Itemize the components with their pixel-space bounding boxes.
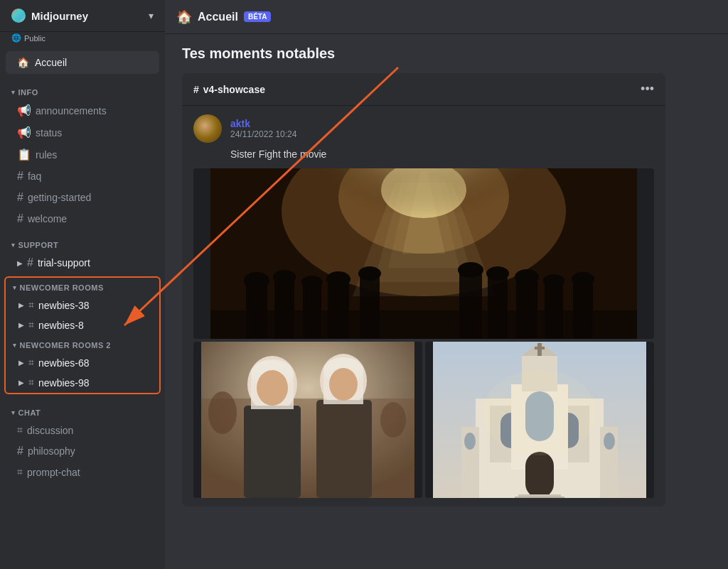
triangle-icon: ▶ [17, 259, 23, 267]
channel-faq[interactable]: # faq [6, 166, 159, 186]
server-header[interactable]: Midjourney ▾ [0, 0, 165, 32]
channel-newbies-38[interactable]: ▶ ⌗ newbies-38 [7, 296, 158, 315]
message-area: aktk 24/11/2022 10:24 Sister Fight the m… [182, 106, 665, 506]
svg-rect-61 [515, 497, 564, 498]
beta-badge: BÉTA [244, 11, 271, 22]
image-church-interior[interactable] [193, 168, 654, 339]
triangle-icon-2: ▶ [18, 301, 24, 309]
category-arrow-newcomer: ▾ [13, 284, 17, 291]
main-content: 🏠 Accueil BÉTA Tes moments notables # v4… [165, 0, 728, 569]
showcase-header: # v4-showcase ••• [182, 73, 665, 106]
channel-newbies-8[interactable]: ▶ ⌗ newbies-8 [7, 315, 158, 335]
image-grid [193, 168, 654, 498]
channel-discussion[interactable]: ⌗ discussion [6, 421, 159, 440]
svg-point-27 [515, 269, 539, 285]
notable-title: Tes moments notables [182, 45, 711, 62]
svg-rect-30 [210, 310, 637, 339]
svg-point-21 [273, 270, 296, 284]
svg-point-22 [301, 276, 323, 288]
category-chat[interactable]: ▾ CHAT [0, 397, 165, 420]
channel-trial-support[interactable]: ▶ # trial-support [6, 253, 159, 273]
topbar-title: Accueil [198, 11, 238, 23]
hash-icon-philosophy: # [17, 445, 23, 457]
channel-welcome[interactable]: # welcome [6, 209, 159, 229]
message-timestamp: 24/11/2022 10:24 [230, 129, 296, 139]
svg-point-23 [326, 271, 350, 287]
svg-point-66 [483, 370, 596, 455]
thread-icon-discussion: ⌗ [17, 424, 23, 436]
channel-newbies-68[interactable]: ▶ ⌗ newbies-68 [7, 353, 158, 372]
message-header: aktk 24/11/2022 10:24 [193, 114, 654, 143]
channel-philosophy[interactable]: # philosophy [6, 441, 159, 461]
rules-icon: 📋 [17, 148, 31, 161]
megaphone-icon-2: 📢 [17, 126, 31, 139]
server-header-left: Midjourney [11, 9, 88, 23]
thread-icon-38: ⌗ [28, 299, 34, 311]
triangle-icon-3: ▶ [18, 321, 24, 329]
hash-icon-gs: # [17, 191, 23, 204]
avatar-image [193, 114, 222, 143]
svg-rect-59 [525, 452, 554, 498]
channel-sidebar: Midjourney ▾ 🌐 Public 🏠 Accueil ▾ INFO 📢… [0, 0, 165, 569]
showcase-hash-icon: # [193, 84, 199, 95]
thread-icon-98: ⌗ [28, 376, 34, 389]
triangle-icon-4: ▶ [18, 359, 24, 367]
more-options-button[interactable]: ••• [641, 82, 654, 97]
topbar-home-icon: 🏠 [176, 9, 192, 25]
svg-rect-58 [535, 347, 545, 349]
svg-point-64 [464, 433, 476, 450]
showcase-channel-name: v4-showcase [203, 84, 265, 95]
user-avatar [193, 114, 222, 143]
category-arrow-support: ▾ [11, 242, 16, 249]
notable-section: Tes moments notables # v4-showcase ••• [165, 34, 728, 569]
channel-getting-started[interactable]: # getting-started [6, 188, 159, 207]
svg-point-25 [458, 262, 483, 278]
category-arrow-info: ▾ [11, 89, 16, 96]
channel-newbies-98[interactable]: ▶ ⌗ newbies-98 [7, 373, 158, 392]
channel-announcements[interactable]: 📢 announcements [6, 100, 159, 121]
message-meta: aktk 24/11/2022 10:24 [230, 118, 296, 139]
message-author[interactable]: aktk [230, 118, 296, 129]
megaphone-icon: 📢 [17, 104, 31, 117]
server-dropdown-icon[interactable]: ▾ [149, 10, 154, 21]
top-bar: 🏠 Accueil BÉTA [165, 0, 728, 34]
channel-status[interactable]: 📢 status [6, 122, 159, 143]
message-content: Sister Fight the movie [230, 148, 654, 160]
svg-point-29 [572, 272, 594, 286]
thread-icon-68: ⌗ [28, 357, 34, 369]
image-church-exterior[interactable] [425, 342, 654, 498]
category-newcomer-rooms-2[interactable]: ▾ NEWCOMER ROOMS 2 [6, 335, 159, 352]
hash-icon-welcome: # [17, 212, 23, 225]
svg-point-26 [486, 266, 509, 281]
accueil-nav-item[interactable]: 🏠 Accueil [6, 51, 159, 74]
showcase-channel[interactable]: # v4-showcase [193, 84, 265, 95]
home-icon: 🏠 [17, 57, 29, 68]
hash-icon-faq: # [17, 170, 23, 183]
image-nuns-closeup[interactable] [193, 342, 422, 498]
hash-icon-trial: # [27, 256, 33, 269]
category-support[interactable]: ▾ SUPPORT [0, 229, 165, 252]
globe-icon: 🌐 [11, 33, 21, 43]
category-info[interactable]: ▾ INFO [0, 77, 165, 99]
thread-icon-8: ⌗ [28, 319, 34, 331]
server-avatar [11, 9, 26, 23]
newcomer-rooms-box: ▾ NEWCOMER ROOMS ▶ ⌗ newbies-38 ▶ ⌗ newb… [4, 276, 161, 394]
svg-point-20 [244, 272, 269, 289]
showcase-card: # v4-showcase ••• aktk 24/11/2022 10:24 [182, 73, 665, 506]
svg-point-65 [604, 433, 615, 450]
server-name: Midjourney [31, 10, 88, 22]
category-newcomer-rooms[interactable]: ▾ NEWCOMER ROOMS [6, 278, 159, 295]
svg-point-46 [380, 402, 406, 438]
server-public-label: 🌐 Public [0, 32, 165, 48]
thread-icon-prompt: ⌗ [17, 466, 23, 478]
svg-point-24 [358, 266, 381, 281]
channel-rules[interactable]: 📋 rules [6, 144, 159, 165]
category-arrow-chat: ▾ [11, 409, 16, 416]
svg-point-45 [208, 391, 237, 434]
svg-point-28 [543, 274, 564, 287]
triangle-icon-5: ▶ [18, 379, 24, 386]
channel-prompt-chat[interactable]: ⌗ prompt-chat [6, 462, 159, 482]
category-arrow-newcomer-2: ▾ [13, 342, 17, 349]
